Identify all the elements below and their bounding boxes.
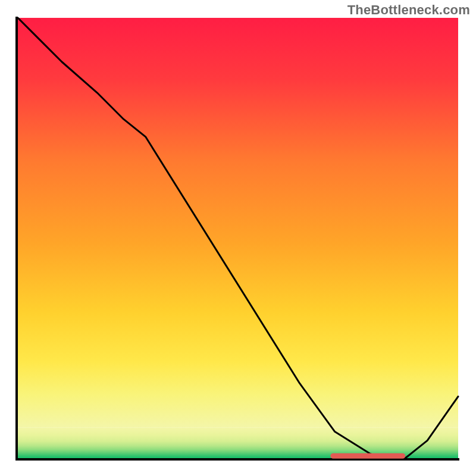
svg-rect-0 <box>18 18 458 427</box>
svg-rect-2 <box>15 17 18 459</box>
bottleneck-chart <box>0 0 476 476</box>
chart-frame: TheBottleneck.com <box>0 0 476 476</box>
svg-rect-4 <box>330 453 405 459</box>
